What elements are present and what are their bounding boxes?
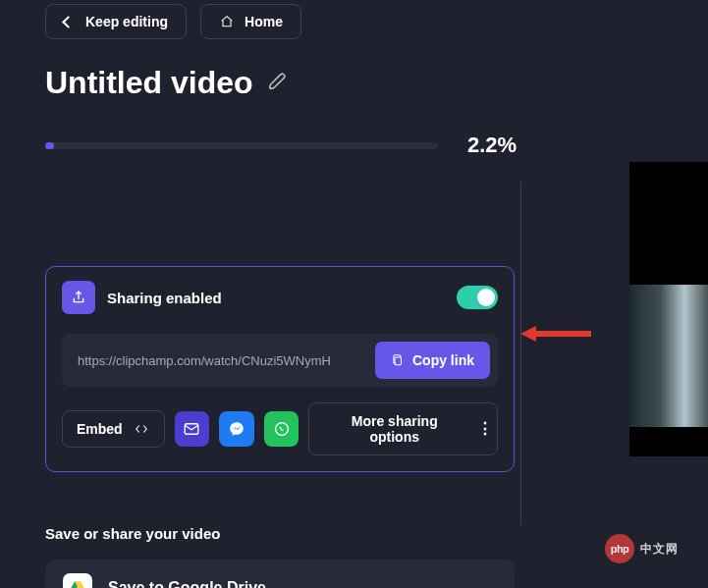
svg-rect-0 [395, 357, 401, 365]
progress-row: 2.2% [0, 101, 708, 158]
video-preview-pane [629, 162, 708, 456]
share-link-text[interactable]: https://clipchamp.com/watch/CNuzi5WNymH [78, 353, 331, 368]
more-sharing-label: More sharing options [325, 413, 463, 445]
svg-point-2 [275, 423, 288, 436]
watermark-logo: php [605, 534, 634, 563]
sharing-actions: Embed More sharing options [62, 402, 498, 455]
share-mail-button[interactable] [175, 411, 210, 447]
embed-button[interactable]: Embed [62, 410, 165, 448]
more-vertical-icon [477, 421, 481, 437]
home-label: Home [245, 14, 283, 29]
progress-fill [45, 142, 54, 149]
home-icon [219, 14, 235, 29]
title-row: Untitled video [0, 39, 708, 101]
sharing-toggle[interactable] [457, 286, 498, 309]
progress-bar [45, 142, 438, 149]
keep-editing-label: Keep editing [85, 14, 168, 29]
top-nav: Keep editing Home [0, 0, 708, 39]
svg-marker-4 [520, 326, 536, 342]
keep-editing-button[interactable]: Keep editing [45, 4, 187, 39]
sharing-title: Sharing enabled [107, 290, 445, 306]
arrow-left-icon [60, 14, 76, 29]
save-google-drive-button[interactable]: Save to Google Drive [45, 560, 515, 588]
share-messenger-button[interactable] [219, 411, 254, 447]
sharing-header: Sharing enabled [62, 281, 498, 314]
save-google-drive-label: Save to Google Drive [108, 579, 266, 588]
embed-label: Embed [77, 421, 123, 437]
watermark: php 中文网 [605, 534, 679, 563]
video-preview-image [629, 285, 708, 427]
vertical-divider [520, 182, 521, 525]
home-button[interactable]: Home [200, 4, 301, 39]
copy-link-button[interactable]: Copy link [375, 342, 490, 379]
share-whatsapp-button[interactable] [264, 411, 300, 447]
edit-title-button[interactable] [267, 71, 289, 96]
share-icon [62, 281, 95, 314]
share-link-row: https://clipchamp.com/watch/CNuzi5WNymH … [62, 334, 498, 387]
page-title: Untitled video [45, 65, 253, 101]
watermark-text: 中文网 [640, 541, 679, 558]
annotation-arrow [520, 324, 591, 344]
more-sharing-options-button[interactable]: More sharing options [308, 402, 498, 455]
google-drive-icon [63, 573, 92, 588]
progress-percent: 2.2% [467, 133, 517, 158]
sharing-card: Sharing enabled https://clipchamp.com/wa… [45, 266, 515, 472]
copy-link-label: Copy link [412, 352, 474, 368]
